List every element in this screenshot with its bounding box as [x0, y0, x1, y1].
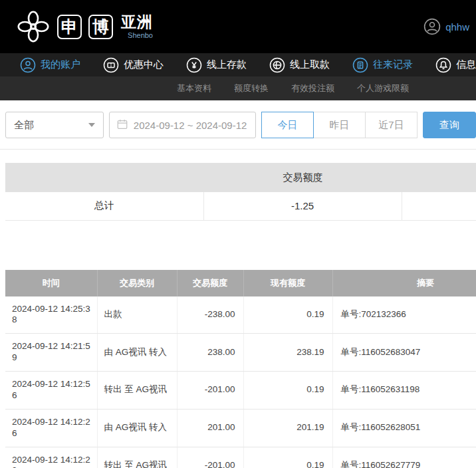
col-header-type: 交易类别: [97, 270, 177, 296]
table-row: 2024-09-12 14:12:56 转出 至 AG视讯 -201.00 0.…: [5, 372, 476, 410]
deposit-coin-icon: [186, 57, 202, 73]
cell-balance: 0.19: [243, 296, 332, 334]
logo-suffix: 亚洲: [121, 15, 153, 30]
nav-item-messages[interactable]: 信息: [435, 57, 476, 73]
summary-table-title: 交易额度: [5, 163, 476, 192]
sub-nav: 基本资料 额度转换 有效投注额 个人游戏限额: [0, 76, 476, 100]
cell-type: 出款: [97, 296, 177, 334]
cell-balance: 0.19: [243, 447, 332, 468]
yesterday-button[interactable]: 昨日: [313, 112, 366, 138]
transactions-table: 时间 交易类别 交易额度 现有额度 摘要 2024-09-12 14:25:38…: [5, 270, 476, 468]
col-header-summary: 摘要: [332, 270, 476, 296]
type-select-value: 全部: [14, 119, 34, 132]
cell-balance: 201.19: [243, 409, 332, 447]
cell-time: 2024-09-12 14:25:38: [5, 296, 97, 334]
col-header-time: 时间: [5, 270, 97, 296]
records-icon: [352, 57, 368, 73]
summary-total-label: 总计: [5, 192, 203, 220]
subnav-item-basic-info[interactable]: 基本资料: [177, 82, 211, 94]
date-range-value: 2024-09-12 ~ 2024-09-12: [134, 120, 247, 131]
cell-time: 2024-09-12 14:21:59: [5, 334, 97, 372]
table-row: 2024-09-12 14:25:38 出款 -238.00 0.19 单号:7…: [5, 296, 476, 334]
search-button[interactable]: 查询: [423, 112, 476, 138]
logo-char-shen: 申: [57, 15, 82, 39]
filter-bar: 全部 2024-09-12 ~ 2024-09-12 今日 昨日 近7日 查询: [0, 100, 476, 150]
page: 申 博 亚洲 Shenbo qhhw: [0, 0, 476, 468]
cell-type: 转出 至 AG视讯: [97, 372, 177, 410]
user-icon: [20, 57, 36, 73]
coupon-icon: [103, 57, 119, 73]
summary-table: 交易额度 总计 -1.25: [5, 163, 476, 221]
nav-label: 线上存款: [207, 58, 247, 71]
last-7-days-button[interactable]: 近7日: [365, 112, 417, 138]
subnav-item-credit-transfer[interactable]: 额度转换: [234, 82, 269, 94]
table-row: 2024-09-12 14:12:26 由 AG视讯 转入 201.00 201…: [5, 409, 476, 447]
site-logo[interactable]: 申 博 亚洲 Shenbo: [16, 9, 153, 44]
cell-summary: 单号:702132366: [332, 296, 476, 334]
cell-type: 转出 至 AG视讯: [97, 447, 177, 468]
summary-empty-cell: [402, 192, 476, 220]
nav-item-transaction-records[interactable]: 往来记录: [352, 57, 413, 73]
cell-time: 2024-09-12 14:12:56: [5, 372, 97, 410]
date-range-input[interactable]: 2024-09-12 ~ 2024-09-12: [109, 112, 256, 138]
cell-balance: 0.19: [243, 372, 332, 410]
cell-summary: 单号:116052683047: [332, 334, 476, 372]
cell-amount: 201.00: [177, 409, 243, 447]
cell-type: 由 AG视讯 转入: [97, 409, 177, 447]
user-circle-icon: [423, 18, 441, 35]
username[interactable]: qhhw: [445, 21, 469, 33]
subnav-item-personal-game-limits[interactable]: 个人游戏限额: [357, 82, 409, 94]
top-header: 申 博 亚洲 Shenbo qhhw: [0, 0, 476, 53]
table-row: 2024-09-12 14:21:59 由 AG视讯 转入 238.00 238…: [5, 334, 476, 372]
cell-summary: 单号:116052628051: [332, 409, 476, 447]
transactions-header-row: 时间 交易类别 交易额度 现有额度 摘要: [5, 270, 476, 296]
main-nav: 我的账户 优惠中心 线上存款 线上取款 往来记录: [0, 53, 476, 76]
summary-total-row: 总计 -1.25: [5, 192, 476, 220]
cell-amount: -238.00: [177, 296, 243, 334]
flower-knot-icon: [16, 9, 51, 44]
summary-total-value: -1.25: [203, 192, 402, 220]
nav-item-online-withdraw[interactable]: 线上取款: [269, 57, 330, 73]
cell-amount: -201.00: [177, 447, 243, 468]
date-preset-group: 今日 昨日 近7日: [261, 112, 417, 138]
nav-item-my-account[interactable]: 我的账户: [20, 57, 80, 73]
cell-amount: -201.00: [177, 372, 243, 410]
bell-icon: [435, 57, 451, 73]
chevron-down-icon: [88, 123, 95, 127]
today-button[interactable]: 今日: [261, 112, 314, 138]
nav-label: 我的账户: [41, 58, 80, 71]
nav-item-online-deposit[interactable]: 线上存款: [186, 57, 247, 73]
logo-char-bo: 博: [88, 15, 113, 39]
user-account-area[interactable]: qhhw: [423, 18, 469, 35]
nav-item-promo-center[interactable]: 优惠中心: [103, 57, 164, 73]
nav-label: 信息: [456, 58, 476, 71]
cell-time: 2024-09-12 14:12:23: [5, 447, 97, 468]
logo-subtitle: Shenbo: [128, 32, 153, 39]
cell-summary: 单号:116052631198: [332, 372, 476, 410]
calendar-icon: [116, 118, 128, 132]
subnav-item-valid-bets[interactable]: 有效投注额: [291, 82, 334, 94]
cell-amount: 238.00: [177, 334, 243, 372]
cell-time: 2024-09-12 14:12:26: [5, 409, 97, 447]
col-header-balance: 现有额度: [243, 270, 332, 296]
table-row: 2024-09-12 14:12:23 转出 至 AG视讯 -201.00 0.…: [5, 447, 476, 468]
cell-summary: 单号:116052627779: [332, 447, 476, 468]
nav-label: 线上取款: [290, 58, 330, 71]
col-header-amount: 交易额度: [177, 270, 243, 296]
nav-label: 往来记录: [373, 58, 413, 71]
cell-balance: 238.19: [243, 334, 332, 372]
transaction-type-select[interactable]: 全部: [5, 112, 104, 138]
withdraw-coin-icon: [269, 57, 285, 73]
cell-type: 由 AG视讯 转入: [97, 334, 177, 372]
nav-label: 优惠中心: [124, 58, 164, 71]
